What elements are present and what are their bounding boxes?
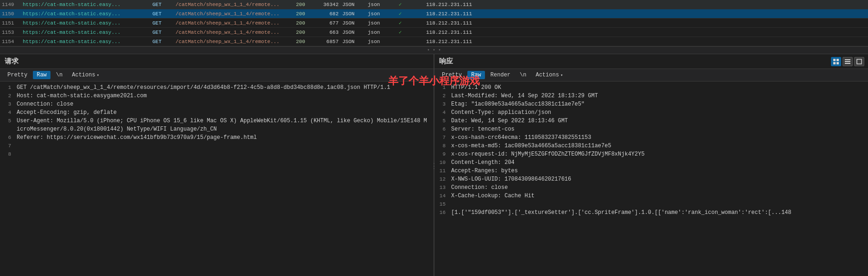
row-method: GET <box>152 20 176 26</box>
request-panel: 请求 Pretty Raw \n Actions ▾ 1 GET /catMat… <box>0 54 434 276</box>
row-id: 1151 <box>2 20 23 26</box>
line-content: User-Agent: Mozilla/5.0 (iPhone; CPU iPh… <box>17 117 430 133</box>
line-content: Last-Modified: Wed, 14 Sep 2022 18:13:29… <box>451 92 864 100</box>
response-actions-chevron-icon: ▾ <box>560 73 563 78</box>
dots-divider: • • • <box>0 47 868 54</box>
table-row[interactable]: 1153 https://cat-match-static.easy... GE… <box>0 28 868 37</box>
line-number: 13 <box>438 183 451 192</box>
response-panel: 响应 <box>434 54 868 276</box>
row-ip: 118.212.231.111 <box>407 11 472 17</box>
line-number: 3 <box>438 100 451 108</box>
row-check: ✓ <box>393 29 407 35</box>
table-row[interactable]: 1154 https://cat-match-static.easy... GE… <box>0 37 868 46</box>
row-size: 677 <box>317 20 342 26</box>
request-raw-btn[interactable]: Raw <box>33 71 50 79</box>
line-number: 6 <box>4 133 17 142</box>
panel-drag-handle[interactable] <box>432 54 436 276</box>
code-line: 5 Date: Wed, 14 Sep 2022 18:13:46 GMT <box>434 117 868 125</box>
request-newline-btn[interactable]: \n <box>52 71 66 79</box>
line-number: 2 <box>438 92 451 100</box>
line-content: Content-Type: application/json <box>451 108 864 117</box>
code-line: 6 Server: tencent-cos <box>434 125 868 133</box>
svg-rect-4 <box>845 59 850 60</box>
line-number: 4 <box>438 108 451 117</box>
request-toolbar: Pretty Raw \n Actions ▾ <box>0 69 434 82</box>
row-path: /catMatch/sheep_wx_1_1_4/remote... <box>176 11 296 17</box>
response-actions-btn[interactable]: Actions ▾ <box>532 71 566 79</box>
response-raw-btn[interactable]: Raw <box>467 71 485 79</box>
line-number: 5 <box>438 117 451 125</box>
row-id: 1149 <box>2 2 23 7</box>
request-actions-btn[interactable]: Actions ▾ <box>68 71 103 79</box>
svg-rect-1 <box>837 59 839 61</box>
row-type: JSON <box>342 20 368 26</box>
row-url: https://cat-match-static.easy... <box>23 2 152 7</box>
row-method: GET <box>152 2 176 7</box>
svg-rect-0 <box>833 59 836 61</box>
row-id: 1153 <box>2 30 23 35</box>
code-line: 14 X-Cache-Lookup: Cache Hit <box>434 192 868 200</box>
row-size: 663 <box>317 30 342 35</box>
line-content: Referer: https://servicewechat.com/wx141… <box>17 133 430 142</box>
response-newline-btn[interactable]: \n <box>516 71 530 79</box>
line-content: Host: cat-match-static.easygame2021.com <box>17 92 430 100</box>
table-row[interactable]: 1151 https://cat-match-static.easy... GE… <box>0 19 868 28</box>
code-line: 13 Connection: close <box>434 183 868 192</box>
table-row[interactable]: 1149 https://cat-match-static.easy... GE… <box>0 0 868 9</box>
row-path: /catMatch/sheep_wx_1_1_4/remote... <box>176 39 296 44</box>
row-format: json <box>368 39 393 44</box>
code-line: 1 HTTP/1.1 200 OK <box>434 83 868 92</box>
code-line: 10 Content-Length: 204 <box>434 158 868 167</box>
row-status: 200 <box>296 2 317 7</box>
line-content: x-cos-hash-crc64ecma: 111058323743825511… <box>451 133 864 142</box>
response-code-content[interactable]: 1 HTTP/1.1 200 OK 2 Last-Modified: Wed, … <box>434 82 868 276</box>
line-number: 16 <box>438 208 451 217</box>
line-number: 1 <box>438 83 451 92</box>
response-pretty-btn[interactable]: Pretty <box>438 71 465 79</box>
request-pretty-btn[interactable]: Pretty <box>4 71 31 79</box>
network-table: 1149 https://cat-match-static.easy... GE… <box>0 0 868 47</box>
code-line: 4 Content-Type: application/json <box>434 108 868 117</box>
list-view-btn[interactable] <box>843 57 853 66</box>
line-content: Connection: close <box>451 183 864 192</box>
line-number: 11 <box>438 167 451 175</box>
row-path: /catMatch/sheep_wx_1_1_4/remote... <box>176 2 296 7</box>
svg-rect-5 <box>845 61 850 62</box>
row-ip: 118.212.231.111 <box>407 20 472 26</box>
code-line: 11 Accept-Ranges: bytes <box>434 167 868 175</box>
grid-view-btn[interactable] <box>831 57 841 66</box>
row-url: https://cat-match-static.easy... <box>23 11 152 17</box>
row-type: JSON <box>342 30 368 35</box>
single-view-btn[interactable] <box>854 57 864 66</box>
row-check: ✓ <box>393 20 407 26</box>
code-line: 3 Etag: "1ac089e53a4665a5acc18381c11ae7e… <box>434 100 868 108</box>
row-check: ✓ <box>393 1 407 7</box>
table-row[interactable]: 1150 https://cat-match-static.easy... GE… <box>0 9 868 19</box>
grid-icon <box>833 58 839 65</box>
line-content: X-Cache-Lookup: Cache Hit <box>451 192 864 200</box>
row-size: 682 <box>317 11 342 17</box>
row-check: ✓ <box>393 11 407 17</box>
svg-rect-3 <box>837 62 839 64</box>
svg-rect-6 <box>845 63 850 64</box>
request-code-content[interactable]: 1 GET /catMatch/sheep_wx_l_1_4/remote/re… <box>0 82 434 276</box>
line-content: Content-Length: 204 <box>451 158 864 167</box>
request-panel-title: 请求 <box>0 54 434 69</box>
line-number: 12 <box>438 175 451 183</box>
line-content: GET /catMatch/sheep_wx_l_1_4/remote/reso… <box>17 83 430 92</box>
code-line: 5 User-Agent: Mozilla/5.0 (iPhone; CPU i… <box>0 117 434 133</box>
row-id: 1150 <box>2 11 23 17</box>
response-render-btn[interactable]: Render <box>487 71 514 79</box>
line-number: 14 <box>438 192 451 200</box>
code-line: 8 x-cos-meta-md5: 1ac089e53a4665a5acc183… <box>434 142 868 150</box>
row-path: /catMatch/sheep_wx_1_1_4/remote... <box>176 20 296 26</box>
row-method: GET <box>152 11 176 17</box>
line-number: 15 <box>438 200 451 208</box>
row-url: https://cat-match-static.easy... <box>23 20 152 26</box>
code-line: 2 Last-Modified: Wed, 14 Sep 2022 18:13:… <box>434 92 868 100</box>
response-panel-title: 响应 <box>434 54 868 69</box>
row-method: GET <box>152 30 176 35</box>
code-line: 15 <box>434 200 868 208</box>
code-line: 7 <box>0 142 434 150</box>
line-content: HTTP/1.1 200 OK <box>451 83 864 92</box>
